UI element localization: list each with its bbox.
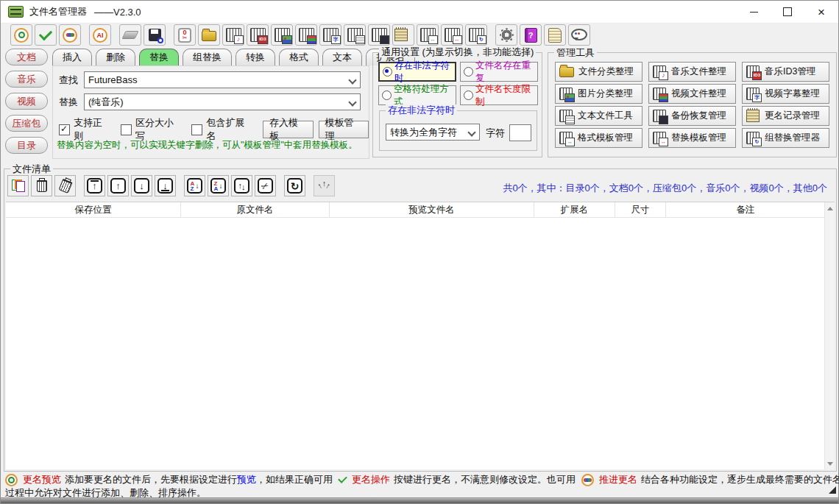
clear-files-button[interactable] (54, 175, 76, 196)
tab-format[interactable]: 格式 (279, 49, 319, 65)
tool-group-replace[interactable]: 组替换管理器 (742, 128, 829, 148)
advance-rename-button[interactable] (59, 24, 81, 46)
tool-music-files[interactable]: ♪音乐文件整理 (648, 62, 736, 82)
music-stack-icon: ♪ (226, 28, 241, 42)
replace-template-button[interactable] (441, 24, 463, 46)
tool-format-template[interactable]: 格式模板管理 (555, 128, 642, 148)
file-classify-button[interactable] (198, 24, 220, 46)
subtitle-button[interactable]: 字 (319, 24, 341, 46)
settings-button[interactable] (495, 24, 517, 46)
tool-video-subtitle[interactable]: 字视频字幕整理 (742, 84, 829, 104)
subtitle-stack-icon: 字 (746, 88, 760, 100)
replace-panel: 查找 FutureBass 替换 (纯音乐) 支持正则 区分大小写 包含扩展名 … (52, 65, 369, 159)
scroll-down-button[interactable] (825, 458, 835, 469)
char-label: 字符 (486, 127, 505, 140)
minimize-button[interactable] (737, 1, 771, 23)
option-length-limit[interactable]: 文件名长度限制 (460, 85, 538, 105)
scroll-up-button[interactable] (825, 202, 835, 214)
music-id3-button[interactable]: ID3 (247, 24, 269, 46)
tool-text-tools[interactable]: 文本文件工具 (555, 106, 642, 126)
replace-input[interactable]: (纯音乐) (84, 93, 361, 110)
tab-text[interactable]: 文本 (322, 49, 362, 65)
tab-insert[interactable]: 插入 (52, 49, 92, 65)
sidebar-item-music[interactable]: 音乐 (5, 71, 48, 88)
delete-files-button[interactable] (31, 175, 52, 196)
move-top-button[interactable]: ↑ (84, 175, 105, 196)
vertical-scrollbar[interactable] (824, 202, 835, 469)
tool-video-files[interactable]: 视频文件整理 (648, 84, 736, 104)
option-duplicate-name[interactable]: 文件名存在重复 (460, 62, 538, 82)
resize-grip[interactable] (829, 486, 836, 494)
tool-rename-log[interactable]: 更名记录管理 (742, 106, 829, 126)
sort-za-icon: ZA↓ (210, 178, 226, 194)
backup-button[interactable] (368, 24, 390, 46)
tool-file-classify[interactable]: 文件分类整理 (555, 62, 642, 82)
music-files-button[interactable]: ♪ (222, 24, 244, 46)
about-button[interactable] (568, 24, 590, 46)
rename-button[interactable] (35, 24, 57, 46)
text-files-button[interactable] (344, 24, 366, 46)
column-extension[interactable]: 扩展名 (534, 202, 615, 217)
tab-convert[interactable]: 转换 (236, 49, 275, 65)
find-input[interactable]: FutureBass (84, 71, 361, 88)
format-template-button[interactable] (417, 24, 439, 46)
help-button[interactable]: ? (520, 24, 542, 46)
move-up-button[interactable]: ↑ (107, 175, 129, 196)
sidebar-item-docs[interactable]: 文档 (5, 49, 48, 65)
tab-group-replace[interactable]: 组替换 (183, 49, 232, 65)
check-icon (39, 26, 52, 40)
floppy-clock-icon (149, 29, 161, 41)
reverse-order-button[interactable]: ↑↓ (231, 175, 252, 196)
maximize-button[interactable] (771, 1, 804, 23)
spread-rename-button[interactable]: ↑↑↑ (314, 175, 335, 196)
chevron-down-icon[interactable] (348, 98, 356, 106)
refresh-button[interactable]: ↻ (284, 175, 305, 196)
column-save-path[interactable]: 保存位置 (6, 202, 181, 217)
picture-files-button[interactable] (271, 24, 293, 46)
tab-delete[interactable]: 删除 (96, 49, 135, 65)
column-size[interactable]: 尺寸 (615, 202, 666, 217)
tool-music-id3[interactable]: ID3音乐ID3管理 (742, 62, 829, 82)
sidebar-item-archive[interactable]: 压缩包 (5, 115, 48, 132)
sidebar-item-video[interactable]: 视频 (5, 93, 48, 110)
trim-button[interactable]: 0 (174, 24, 196, 46)
sidebar-item-directory[interactable]: 目录 (5, 137, 48, 154)
brush-button[interactable] (119, 24, 141, 46)
option-illegal-chars[interactable]: 存在非法字符时 (378, 62, 456, 82)
column-original-name[interactable]: 原文件名 (181, 202, 330, 217)
column-preview-name[interactable]: 预览文件名 (330, 202, 534, 217)
rename-log-button[interactable] (392, 24, 414, 46)
option-space-handling[interactable]: 空格符处理方式 (378, 85, 456, 105)
license-button[interactable] (544, 24, 566, 46)
sort-asc-button[interactable]: AZ↓ (184, 175, 205, 196)
spread-arrows-icon: ↑↑↑ (318, 182, 330, 190)
save-scheme-button[interactable] (144, 24, 166, 46)
sort-desc-button[interactable]: ZA↓ (208, 175, 229, 196)
tool-replace-template[interactable]: 替换模板管理 (648, 128, 736, 148)
char-input[interactable] (509, 124, 531, 141)
manage-template-button[interactable]: 模板管理 (319, 121, 369, 138)
chevron-down-icon[interactable] (467, 128, 475, 136)
picture-stack-icon (275, 28, 290, 42)
video-files-button[interactable] (295, 24, 317, 46)
notepad-icon (394, 29, 408, 41)
close-button[interactable]: × (804, 1, 838, 23)
tool-picture-classify[interactable]: 图片分类整理 (555, 84, 642, 104)
save-template-button[interactable]: 存入模板 (263, 121, 314, 138)
shuffle-button[interactable]: ✂ (255, 175, 276, 196)
group-replace-button[interactable] (465, 24, 487, 46)
preview-button[interactable] (10, 24, 32, 46)
move-bottom-button[interactable]: ↓ (155, 175, 176, 196)
add-files-button[interactable] (7, 175, 29, 196)
text-stack-icon (559, 110, 573, 122)
illegal-char-action-select[interactable]: 转换为全角字符 (386, 124, 480, 141)
ai-button[interactable]: AI (89, 24, 111, 46)
column-note[interactable]: 备注 (666, 202, 826, 217)
wave-icon (63, 28, 77, 43)
move-down-button[interactable]: ↓ (131, 175, 152, 196)
tool-backup-restore[interactable]: 备份恢复管理 (648, 106, 736, 126)
chevron-down-icon[interactable] (348, 76, 356, 84)
radio-icon (464, 67, 473, 77)
zero-scissors-icon: 0 (178, 28, 191, 43)
tab-replace[interactable]: 替换 (139, 49, 179, 65)
